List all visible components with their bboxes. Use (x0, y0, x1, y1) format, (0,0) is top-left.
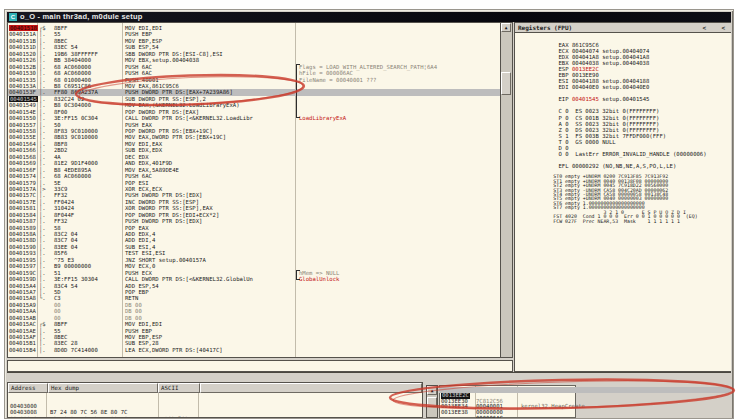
address-cell: 004015B4 (9, 347, 36, 353)
dump-rows: 00403000 B7 24 80 7C 56 8E 80 7C ╖$Ç|VÄÇ… (8, 397, 422, 416)
comment-bracket-args (296, 64, 300, 118)
registers-header-label: Registers (FPU) (518, 24, 572, 31)
stack-scrollbar[interactable]: ▲ (426, 385, 438, 418)
comment-bracket-args (296, 270, 300, 280)
window-icon[interactable]: C (9, 13, 17, 21)
disassembly-pane[interactable]: 00401518 ┌$ 8BFF MOV EDI,EDI 0040151A │.… (7, 22, 501, 358)
register-text: O 0 LastErr ERROR_INVALID_HANDLE (000000… (558, 151, 706, 157)
stack-row[interactable]: 0013EE38 000006AC (439, 404, 731, 410)
disassembly-scrollbar[interactable]: ▲ (501, 22, 513, 358)
dump-hex-cell: 50 AC 81 7C 53 1D 88 7C (50, 416, 127, 418)
stack-rows: 0013EE2C 7C812C56 kernel32.HeapCreate 00… (439, 387, 731, 410)
dump-header-ascii[interactable]: ASCII (158, 383, 200, 393)
bytes-cell: 8D0D 7C414000 (54, 347, 98, 353)
chevron-left-icon[interactable]: < (702, 23, 706, 33)
window-title: o_O - main thr3ad, m0dule setup (20, 12, 142, 22)
titlebar[interactable]: C o_O - main thr3ad, m0dule setup (7, 12, 731, 22)
register-lines: EAX 861C95C6 ECX 00404074 setup.00404074… (518, 36, 731, 219)
bottom-section: Address Hex dump ASCII 00403000 B7 24 80… (7, 372, 731, 418)
dump-header-hex[interactable]: Hex dump (48, 383, 158, 393)
dump-ascii-cell: ╖$Ç|VÄÇ| (161, 416, 188, 418)
chevron-left-icon[interactable]: < (721, 23, 725, 33)
disasm-row[interactable]: 004015B4 │. 8D0D 7C414000 LEA ECX,DWORD … (8, 347, 500, 353)
analysis-mark: │. (39, 347, 46, 353)
stack-address-cell: 0013EE38 (441, 410, 468, 416)
dump-address-cell: 00403010 (10, 416, 37, 418)
info-pane[interactable] (7, 360, 513, 372)
disassembly-rows: 00401518 ┌$ 8BFF MOV EDI,EDI 0040151A │.… (8, 25, 500, 353)
dump-header-row: Address Hex dump ASCII (8, 383, 422, 393)
register-text: EDI 004040E0 setup.004040E0 (558, 84, 649, 90)
registers-header: Registers (FPU) < < (515, 23, 731, 33)
stack-pane[interactable]: ▲ 0013EE2C 7C812C56 kerne (426, 385, 731, 418)
client-area: 00401518 ┌$ 8BFF MOV EDI,EDI 0040151A │.… (7, 22, 731, 418)
scroll-thumb[interactable] (427, 397, 437, 407)
instruction-cell: LEA ECX,DWORD PTR DS:[40417C] (125, 347, 223, 353)
ollydbg-cpu-window: C o_O - main thr3ad, m0dule setup 004015… (4, 9, 734, 419)
registers-pane[interactable]: Registers (FPU) < < EAX 861C95C6 ECX 004… (514, 22, 731, 372)
dump-row[interactable]: 00403010 41 B2 80 7C DF F9 88 7C A▓Ç|▀∙ê… (8, 409, 422, 415)
scroll-thumb[interactable] (501, 72, 511, 95)
scroll-up-icon[interactable]: ▲ (501, 23, 511, 32)
dump-header-address[interactable]: Address (8, 383, 48, 393)
memory-dump-pane[interactable]: Address Hex dump ASCII 00403000 B7 24 80… (7, 382, 423, 418)
scroll-up-icon[interactable]: ▲ (427, 386, 437, 395)
register-text: setup.00401545 (599, 96, 650, 102)
register-text: EFL 00000292 (NO,NB,NE,A,S,PO,L,LE) (558, 163, 676, 169)
stack-value-cell: 000006AC (476, 416, 503, 418)
register-text: EIP (558, 96, 571, 102)
register-value-changed: 00401545 (572, 96, 599, 102)
dump-header-filler (200, 383, 422, 393)
stack-content: 0013EE2C 7C812C56 kernel32.HeapCreate 00… (439, 385, 731, 418)
register-text: FCW 027F Prec NEAR,53 Mask 1 1 1 1 1 1 (553, 218, 680, 224)
